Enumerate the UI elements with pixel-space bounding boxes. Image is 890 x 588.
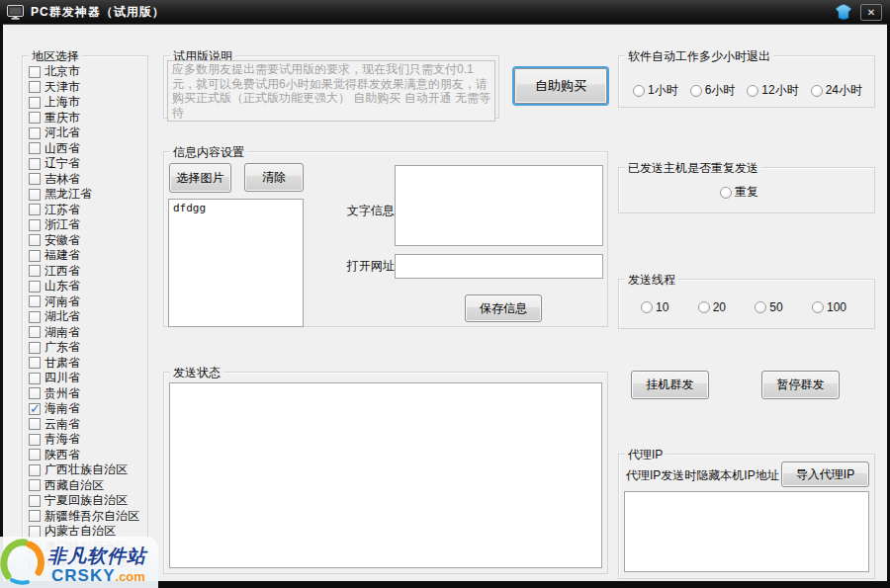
region-checkbox-row[interactable]: 贵州省 xyxy=(29,386,139,402)
radio-label: 24小时 xyxy=(826,82,862,99)
region-checkbox-row[interactable]: 广西壮族自治区 xyxy=(29,462,139,478)
radio-icon[interactable] xyxy=(720,187,732,199)
region-checkbox-row[interactable]: 辽宁省 xyxy=(29,156,139,172)
region-checkbox-row[interactable]: 河南省 xyxy=(29,294,139,310)
region-checkbox[interactable] xyxy=(29,295,41,307)
region-label: 山西省 xyxy=(44,140,80,157)
radio-icon[interactable] xyxy=(633,85,645,97)
region-checkbox[interactable] xyxy=(29,373,41,384)
region-checkbox-row[interactable]: 重庆市 xyxy=(29,111,139,126)
region-label: 上海市 xyxy=(44,94,80,111)
import-proxy-button[interactable]: 导入代理IP xyxy=(781,462,869,487)
radio-icon[interactable] xyxy=(698,301,710,313)
region-checkbox[interactable] xyxy=(29,387,41,399)
close-icon[interactable]: ✕ xyxy=(860,4,882,21)
region-checkbox-row[interactable]: 湖南省 xyxy=(29,325,139,341)
region-checkbox-row[interactable]: 云南省 xyxy=(29,417,139,433)
radio-icon[interactable] xyxy=(690,85,702,97)
image-listbox[interactable]: dfdgg xyxy=(168,199,304,327)
region-checkbox-row[interactable]: 北京市 xyxy=(29,64,139,80)
thread-radio-row[interactable]: 10 xyxy=(641,300,668,314)
open-url-input[interactable] xyxy=(395,254,603,279)
thread-radio-row[interactable]: 20 xyxy=(698,300,726,314)
region-checkbox-row[interactable]: 青海省 xyxy=(29,432,139,448)
region-checkbox[interactable] xyxy=(29,479,41,491)
region-checkbox[interactable] xyxy=(29,495,41,507)
thread-radio-row[interactable]: 100 xyxy=(812,300,846,314)
region-checkbox[interactable] xyxy=(29,158,41,170)
region-checkbox[interactable] xyxy=(29,403,41,415)
region-checkbox-row[interactable]: 陕西省 xyxy=(29,448,139,463)
region-checkbox-row[interactable]: 黑龙江省 xyxy=(29,187,139,203)
pause-mass-send-button[interactable]: 暂停群发 xyxy=(761,371,840,399)
proxy-ip-list-input[interactable] xyxy=(624,491,869,572)
radio-icon[interactable] xyxy=(641,301,653,313)
region-checkbox-row[interactable]: 河北省 xyxy=(29,126,139,141)
region-checkbox-row[interactable]: 宁夏回族自治区 xyxy=(29,493,139,509)
save-info-button[interactable]: 保存信息 xyxy=(465,294,542,322)
region-checkbox[interactable] xyxy=(29,510,41,522)
auto-exit-radio-row[interactable]: 24小时 xyxy=(811,82,862,99)
region-checkbox-row[interactable]: 海南省 xyxy=(29,401,139,417)
repeat-radio-row[interactable]: 重复 xyxy=(720,184,758,201)
region-checkbox-row[interactable]: 福建省 xyxy=(29,248,139,264)
region-checkbox[interactable] xyxy=(29,112,41,124)
region-checkbox[interactable] xyxy=(29,97,41,109)
region-checkbox-row[interactable]: 浙江省 xyxy=(29,217,139,233)
region-checkbox[interactable] xyxy=(29,464,41,476)
start-mass-send-button[interactable]: 挂机群发 xyxy=(631,371,709,399)
region-checkbox[interactable] xyxy=(29,234,41,246)
thread-radio-row[interactable]: 50 xyxy=(755,300,782,314)
region-checkbox[interactable] xyxy=(29,250,41,262)
region-checkbox[interactable] xyxy=(29,265,41,277)
region-checkbox[interactable] xyxy=(29,173,41,185)
region-checkbox-row[interactable]: 山西省 xyxy=(29,141,139,157)
region-checkbox[interactable] xyxy=(29,219,41,231)
region-checkbox[interactable] xyxy=(29,81,41,93)
radio-icon[interactable] xyxy=(811,85,823,97)
region-checkbox[interactable] xyxy=(29,66,41,78)
region-checkbox[interactable] xyxy=(29,281,41,293)
skin-icon[interactable] xyxy=(835,4,852,21)
message-content-group: 信息内容设置 选择图片 清除 dfdgg 文字信息: 打开网址: 保存信息 xyxy=(163,151,608,327)
region-checkbox-row[interactable]: 江西省 xyxy=(29,264,139,280)
region-checkbox[interactable] xyxy=(29,418,41,430)
region-checkbox-row[interactable]: 甘肃省 xyxy=(29,356,139,372)
open-url-label: 打开网址: xyxy=(330,258,398,275)
region-checkbox[interactable] xyxy=(29,326,41,338)
region-label: 吉林省 xyxy=(44,171,80,188)
region-checkbox[interactable] xyxy=(29,311,41,323)
region-checkbox-row[interactable]: 山东省 xyxy=(29,279,139,294)
region-checkbox[interactable] xyxy=(29,204,41,215)
region-checkbox[interactable] xyxy=(29,342,41,354)
region-checkbox-row[interactable]: 天津市 xyxy=(29,80,139,96)
radio-icon[interactable] xyxy=(747,85,758,97)
region-checkbox[interactable] xyxy=(29,526,41,538)
region-checkbox[interactable] xyxy=(29,189,41,201)
region-checkbox-row[interactable]: 上海市 xyxy=(29,95,139,111)
region-checkbox-row[interactable]: 新疆维吾尔自治区 xyxy=(29,509,139,525)
self-purchase-button[interactable]: 自助购买 xyxy=(514,68,607,104)
radio-icon[interactable] xyxy=(755,301,766,313)
text-message-input[interactable] xyxy=(395,165,603,246)
region-checkbox-row[interactable]: 江苏省 xyxy=(29,203,139,218)
send-status-log[interactable] xyxy=(169,382,602,568)
region-checkbox[interactable] xyxy=(29,142,41,154)
region-checkbox-row[interactable]: 四川省 xyxy=(29,371,139,386)
region-checkbox[interactable] xyxy=(29,434,41,446)
clear-button[interactable]: 清除 xyxy=(244,163,304,192)
region-checkbox-row[interactable]: 吉林省 xyxy=(29,172,139,188)
region-checkbox[interactable] xyxy=(29,449,41,461)
radio-icon[interactable] xyxy=(812,301,824,313)
auto-exit-radio-row[interactable]: 6小时 xyxy=(690,82,736,99)
region-checkbox[interactable] xyxy=(29,357,41,369)
region-checkbox-row[interactable]: 广东省 xyxy=(29,340,139,356)
auto-exit-radio-row[interactable]: 12小时 xyxy=(747,82,798,99)
region-checkbox-row[interactable]: 安徽省 xyxy=(29,233,139,249)
auto-exit-radio-row[interactable]: 1小时 xyxy=(633,82,678,99)
title-bar[interactable]: PC群发神器（试用版） ✕ xyxy=(0,0,890,24)
region-checkbox[interactable] xyxy=(29,127,41,139)
select-image-button[interactable]: 选择图片 xyxy=(169,163,231,193)
region-checkbox-row[interactable]: 西藏自治区 xyxy=(29,478,139,494)
region-checkbox-row[interactable]: 湖北省 xyxy=(29,309,139,325)
